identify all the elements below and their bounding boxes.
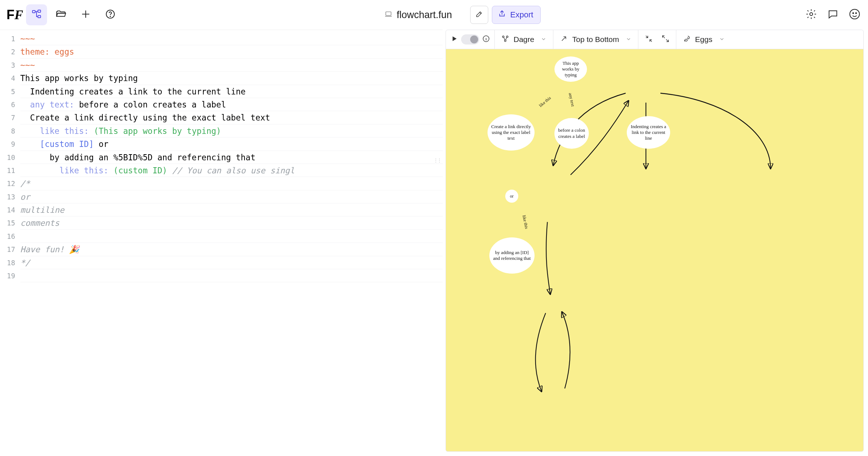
graph-canvas[interactable]: This app works by typing Create a link d…: [446, 49, 864, 452]
theme-label: Eggs: [695, 35, 712, 44]
graph-node[interactable]: before a colon creates a label: [554, 118, 589, 149]
brush-icon: [683, 35, 691, 45]
open-button[interactable]: [51, 4, 72, 25]
laptop-icon: [384, 9, 392, 21]
code-line: This app works by typing: [20, 73, 138, 83]
svg-point-8: [853, 13, 854, 14]
help-button[interactable]: [100, 4, 121, 25]
code-line: by adding an %5BID%5D and referencing th…: [20, 153, 255, 162]
topbar: FF flowchart.fun: [0, 0, 868, 30]
svg-rect-2: [38, 16, 41, 18]
code-line: Have fun! 🎉: [20, 245, 79, 254]
graph-node[interactable]: by adding an [ID] and referencing that: [489, 237, 535, 274]
chevron-down-icon: [719, 35, 725, 44]
code-line: eggs: [55, 47, 74, 56]
zoom-controls: [638, 30, 676, 49]
diagram-icon: [31, 9, 42, 21]
arrow-icon: [560, 35, 568, 45]
code-line: any text:: [20, 100, 74, 109]
document-title: flowchart.fun: [384, 9, 452, 21]
code-line: like this:: [20, 166, 109, 175]
account-button[interactable]: [848, 8, 861, 22]
expand-icon[interactable]: [661, 35, 669, 45]
new-button[interactable]: [75, 4, 96, 25]
editor-pane: 12345678910111213141516171819 ~~~ theme:…: [0, 30, 443, 456]
code-line: Indenting creates a link to the current …: [20, 87, 246, 96]
chevron-down-icon: [626, 35, 631, 44]
code-line: or: [20, 192, 30, 202]
chevron-down-icon: [541, 35, 546, 44]
code-line: multiline: [20, 205, 64, 215]
svg-point-11: [502, 36, 504, 38]
chat-icon: [827, 8, 839, 21]
svg-point-12: [506, 36, 508, 38]
user-icon: [849, 8, 860, 21]
svg-point-7: [850, 9, 860, 19]
svg-rect-5: [386, 12, 391, 15]
logo[interactable]: FF: [7, 7, 22, 22]
right-icons: [804, 8, 861, 22]
svg-point-6: [810, 13, 813, 16]
top-actions: Export: [470, 6, 541, 24]
theme-select[interactable]: Eggs: [676, 30, 731, 49]
graph-node[interactable]: Indenting creates a link to the current …: [627, 116, 670, 149]
graph-toolbar: Dagre Top to Bottom Eggs: [446, 30, 864, 49]
main: 12345678910111213141516171819 ~~~ theme:…: [0, 30, 868, 456]
share-icon: [498, 10, 506, 20]
code-line: [custom ID]: [20, 139, 94, 149]
code-line: */: [20, 258, 30, 267]
folder-icon: [56, 9, 67, 21]
line-gutter: 12345678910111213141516171819: [0, 30, 20, 456]
layout-select[interactable]: Dagre: [495, 30, 553, 49]
code-line: before a colon creates a label: [74, 100, 226, 109]
graph-node[interactable]: or: [505, 190, 518, 203]
play-icon: [450, 35, 458, 45]
code-line: /*: [20, 179, 30, 188]
export-button[interactable]: Export: [492, 6, 541, 24]
export-label: Export: [510, 10, 533, 20]
animation-controls[interactable]: [446, 30, 495, 49]
edit-icon: [475, 10, 483, 20]
settings-button[interactable]: [804, 8, 818, 22]
code-line: Create a link directly using the exact l…: [20, 113, 270, 122]
layout-label: Dagre: [514, 35, 534, 44]
code-line: (This app works by typing): [89, 126, 221, 136]
animation-toggle[interactable]: [461, 34, 479, 45]
rename-button[interactable]: [470, 6, 488, 24]
code-line: theme:: [20, 47, 55, 56]
code-line: like this:: [20, 126, 89, 136]
graph-node[interactable]: Create a link directly using the exact l…: [488, 114, 535, 151]
compress-icon[interactable]: [645, 35, 653, 45]
svg-rect-0: [33, 10, 35, 13]
svg-point-13: [505, 40, 506, 42]
svg-point-9: [856, 13, 857, 14]
code-line: (custom ID): [109, 166, 167, 175]
info-icon[interactable]: [482, 35, 490, 45]
direction-label: Top to Bottom: [572, 35, 619, 44]
title-text: flowchart.fun: [397, 9, 452, 21]
graph-node[interactable]: This app works by typing: [554, 56, 587, 82]
help-icon: [105, 9, 116, 21]
code-line: or: [94, 139, 109, 149]
direction-select[interactable]: Top to Bottom: [553, 30, 638, 49]
code-line: // You can also use singl: [167, 166, 294, 175]
settings-icon: [805, 8, 817, 21]
plus-icon: [80, 9, 91, 21]
code-line: ~~~: [20, 60, 35, 70]
feedback-button[interactable]: [826, 8, 840, 22]
code-line: ~~~: [20, 34, 35, 43]
graph-pane: Dagre Top to Bottom Eggs: [443, 30, 868, 456]
layout-icon: [501, 35, 509, 45]
svg-rect-1: [38, 10, 41, 12]
svg-point-4: [110, 16, 111, 17]
diagram-tab[interactable]: [26, 4, 47, 25]
code-line: comments: [20, 218, 59, 228]
code-editor[interactable]: ~~~ theme: eggs ~~~ This app works by ty…: [20, 30, 443, 456]
